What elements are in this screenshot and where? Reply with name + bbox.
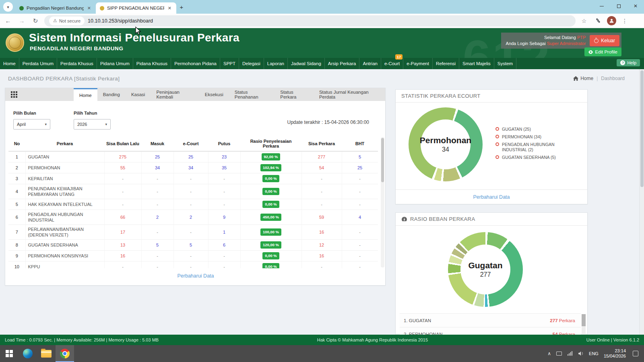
nav-item-label: Antrian: [363, 61, 377, 66]
cell-bht: 5: [342, 151, 378, 162]
dashboard-tab-kasasi[interactable]: Kasasi: [126, 88, 151, 101]
refresh-data-link[interactable]: Perbaharui Data: [5, 273, 386, 279]
breadcrumb-home-link[interactable]: Home: [573, 76, 593, 81]
nav-item-permohonan-pidana[interactable]: Permohonan Pidana: [171, 58, 220, 69]
tab-close-icon[interactable]: ✕: [167, 6, 172, 11]
nav-item-smart-majelis[interactable]: Smart Majelis: [459, 58, 494, 69]
logout-button[interactable]: Keluar: [590, 35, 619, 46]
tab-close-icon[interactable]: ✕: [87, 6, 92, 11]
cell-perkara: KPPU: [25, 261, 104, 269]
nav-item-delegasi[interactable]: Delegasi: [239, 58, 264, 69]
reload-button[interactable]: ↻: [30, 15, 41, 27]
nav-item-home[interactable]: Home: [0, 58, 19, 69]
year-select[interactable]: 2026▾: [74, 119, 111, 130]
legend-marker-icon: [495, 142, 499, 146]
dashboard-tab-status-penahanan[interactable]: Status Penahanan: [229, 88, 275, 101]
nav-item-e-payment[interactable]: e-Payment: [403, 58, 433, 69]
gauge-icon: [401, 216, 407, 222]
start-button[interactable]: [0, 345, 19, 362]
nav-item-jadwal-sidang[interactable]: Jadwal Sidang: [288, 58, 325, 69]
tab-title: Pengadilan Negeri Bandung: [27, 6, 84, 10]
tray-expand-icon[interactable]: ∧: [547, 351, 551, 356]
rasio-list-item[interactable]: 1. GUGATAN277 Perkara: [400, 313, 581, 327]
nav-item-laporan[interactable]: Laporan: [264, 58, 288, 69]
cell-masuk: 2: [141, 210, 173, 225]
nav-item-perdata-umum[interactable]: Perdata Umum: [19, 58, 57, 69]
rasio-beban-card: RASIO BEBAN PERKARA Gugatan 277 1. GUGAT…: [395, 212, 588, 335]
table-scrollbar[interactable]: [381, 137, 384, 267]
edge-taskbar-button[interactable]: [19, 345, 37, 362]
nav-item-arsip-perkara[interactable]: Arsip Perkara: [325, 58, 360, 69]
new-tab-button[interactable]: +: [176, 2, 187, 12]
cell-sisa_lalu: -: [104, 261, 141, 269]
cell-sisa_lalu: 275: [104, 151, 141, 162]
tab-search-button[interactable]: ▾: [3, 2, 13, 12]
cell-ecourt: 25: [173, 151, 208, 162]
page-scrollbar[interactable]: [639, 69, 644, 335]
volume-icon[interactable]: [578, 351, 584, 356]
nav-item-referensi[interactable]: Referensi: [433, 58, 459, 69]
notification-center-icon[interactable]: [633, 351, 638, 356]
power-icon: [594, 39, 599, 43]
help-button[interactable]: ? Help: [617, 59, 640, 66]
rasio-donut-chart[interactable]: Gugatan 277: [448, 232, 523, 307]
display-icon[interactable]: [556, 352, 562, 356]
legend-marker-icon: [495, 127, 499, 131]
file-explorer-button[interactable]: [37, 345, 56, 362]
address-bar[interactable]: ⚠ Not secure 10.10.10.253/sipp/dashboard: [44, 15, 576, 27]
rasio-badge: 120,00 %: [260, 241, 281, 249]
profile-avatar[interactable]: [607, 16, 616, 25]
nav-item-antrian[interactable]: Antrian: [359, 58, 381, 69]
extensions-puzzle-icon[interactable]: [592, 16, 603, 26]
rasio-badge: 0,00 %: [262, 201, 279, 208]
court-seal-logo: [6, 33, 24, 52]
nav-item-sppt[interactable]: SPPT: [220, 58, 239, 69]
dashboard-tab-home[interactable]: Home: [74, 88, 97, 101]
nav-item-e-court[interactable]: e-Court17: [381, 58, 403, 69]
nav-item-pidana-umum[interactable]: Pidana Umum: [97, 58, 133, 69]
language-indicator[interactable]: ENG: [589, 351, 599, 356]
perkara-table: NoPerkaraSisa Bulan LaluMasuke-CourtPutu…: [8, 136, 378, 268]
app-title: Sistem Informasi Penelusuran Perkara: [29, 31, 239, 44]
system-tray: ∧ ENG 23:14 15/04/2026: [547, 348, 644, 359]
breadcrumb-current: Dashboard: [601, 76, 625, 81]
cell-sisa_lalu: 66: [104, 210, 141, 225]
column-header: Putus: [208, 136, 240, 151]
browser-tab-1[interactable]: Pengadilan Negeri Bandung ✕: [15, 2, 96, 14]
tab-title: SIPP PENGADILAN NEGERI BAN: [107, 6, 164, 10]
browser-tab-2-active[interactable]: SIPP PENGADILAN NEGERI BAN ✕: [96, 2, 176, 14]
nav-item-label: SPPT: [223, 61, 235, 66]
month-select[interactable]: April▾: [13, 119, 50, 130]
network-icon[interactable]: [567, 351, 573, 356]
tab-favicon: [100, 6, 104, 10]
browser-menu-icon[interactable]: ⋮: [619, 16, 630, 26]
nav-item-perdata-khusus[interactable]: Perdata Khusus: [57, 58, 97, 69]
donut-center-label: Gugatan: [468, 261, 502, 270]
dashboard-tab-eksekusi[interactable]: Eksekusi: [199, 88, 229, 101]
cell-sisa_lalu: -: [104, 199, 141, 210]
list-scrollbar[interactable]: [582, 314, 586, 335]
chrome-taskbar-button[interactable]: [56, 345, 74, 362]
dashboard-tab-banding[interactable]: Banding: [97, 88, 126, 101]
back-button[interactable]: ←: [2, 15, 14, 27]
cell-rasio: 0,00 %: [240, 199, 301, 210]
ecourt-donut-chart[interactable]: Permohonan 34: [409, 107, 483, 181]
nav-item-pidana-khusus[interactable]: Pidana Khusus: [133, 58, 171, 69]
grid-menu-icon[interactable]: [11, 91, 17, 101]
dashboard-tab-peninjauan-kembali[interactable]: Peninjauan Kembali: [151, 88, 199, 101]
not-secure-chip[interactable]: ⚠ Not secure: [49, 16, 85, 25]
cell-masuk: -: [141, 225, 173, 240]
dashboard-tab-status-jurnal-keuangan-perdata[interactable]: Status Jurnal Keuangan Perdata: [314, 88, 385, 101]
taskbar-clock[interactable]: 23:14 15/04/2026: [604, 348, 626, 359]
dashboard-tab-status-perkara[interactable]: Status Perkara: [275, 88, 314, 101]
close-button[interactable]: ✕: [627, 0, 644, 12]
edit-profile-button[interactable]: Edit Profile: [584, 47, 621, 56]
bookmark-star-icon[interactable]: ☆: [579, 16, 589, 26]
minimize-button[interactable]: [593, 0, 610, 12]
cell-putus: 9: [208, 210, 240, 225]
refresh-data-link[interactable]: Perbaharui Data: [396, 189, 587, 204]
maximize-button[interactable]: [610, 0, 627, 12]
nav-item-system[interactable]: System: [494, 58, 516, 69]
rasio-list-item[interactable]: 2. PERMOHONAN54 Perkara: [400, 327, 581, 335]
forward-button[interactable]: →: [16, 15, 27, 27]
